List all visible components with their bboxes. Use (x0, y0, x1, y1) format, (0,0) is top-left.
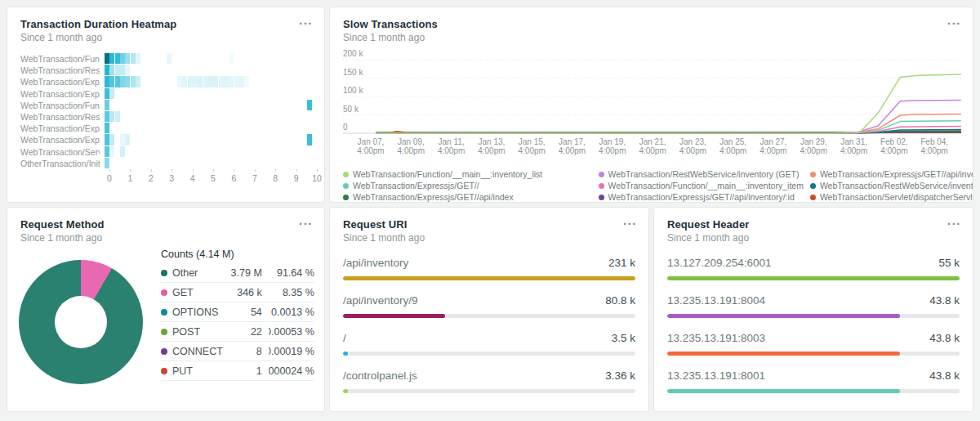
heatmap-cell[interactable] (131, 53, 136, 64)
bar-list-row[interactable]: /api/inventory/980.8 k (343, 294, 635, 318)
legend-item[interactable]: WebTransaction/Servlet/dispatcherServlet (810, 192, 973, 202)
heatmap-cell[interactable] (208, 76, 213, 87)
panel-title: Request Method (20, 218, 311, 231)
panel-menu-icon[interactable]: ... (299, 12, 313, 29)
heatmap-cell[interactable] (105, 158, 109, 168)
x-tick-label: 4:00pm (880, 146, 907, 155)
heatmap-cell[interactable] (105, 76, 109, 87)
pie-legend-row[interactable]: CONNECT80.00019 % (161, 342, 314, 361)
heatmap-cell[interactable] (120, 76, 125, 87)
heatmap-cell[interactable] (109, 146, 114, 157)
heatmap-cell[interactable] (136, 76, 140, 87)
x-tick-label: 4:00pm (760, 146, 786, 155)
heatmap-row-label: WebTransaction/RestW... (20, 111, 100, 123)
bar-list-row[interactable]: /api/inventory231 k (343, 257, 635, 280)
heatmap-cell[interactable] (105, 111, 109, 122)
bar-list-row[interactable]: /controlpanel.js3.36 k (343, 369, 635, 393)
legend-item[interactable]: WebTransaction/Function/__main__:invento… (599, 181, 804, 190)
bar-row-label: /api/inventory/9 (343, 294, 418, 307)
heatmap-cell[interactable] (193, 76, 198, 87)
heatmap-cell[interactable] (198, 76, 203, 87)
heatmap-cell[interactable] (105, 123, 109, 133)
heatmap-cell[interactable] (229, 76, 234, 87)
heatmap-cell[interactable] (120, 146, 125, 157)
legend-item[interactable]: WebTransaction/Function/__main__:invento… (343, 169, 592, 179)
panel-menu-icon[interactable]: ... (623, 213, 637, 229)
pie-legend-row[interactable]: GET346 k8.35 % (161, 283, 314, 302)
slow-transactions-plot[interactable]: 200 k150 k100 k50 k0Jan 07,4:00pmJan 09,… (343, 47, 961, 161)
heatmap-cell[interactable] (105, 53, 109, 64)
heatmap-cell[interactable] (307, 134, 312, 145)
heatmap-cell[interactable] (125, 53, 130, 64)
heatmap-cell[interactable] (120, 134, 125, 145)
pie-legend-row[interactable]: POST220.00053 % (161, 322, 314, 342)
bar-list-row[interactable]: /3.5 k (343, 332, 635, 356)
legend-dot-icon (161, 348, 167, 355)
line-chart-legend: WebTransaction/Function/__main__:invento… (343, 169, 960, 203)
legend-item[interactable]: WebTransaction/Expressjs/GET//api/index (343, 192, 592, 202)
heatmap-cell[interactable] (224, 76, 229, 87)
heatmap-cell[interactable] (109, 65, 114, 75)
heatmap-cell[interactable] (307, 100, 312, 110)
heatmap-cell[interactable] (136, 53, 140, 64)
heatmap-cell[interactable] (234, 76, 239, 87)
bar-list: 13.127.209.254:600155 k13.235.13.191:800… (667, 257, 960, 393)
heatmap-cell[interactable] (131, 76, 136, 87)
heatmap-cell[interactable] (109, 53, 114, 64)
axis-tick-mark (172, 169, 172, 172)
legend-item[interactable]: WebTransaction/Expressjs/GET// (343, 181, 592, 190)
heatmap-cell[interactable] (167, 53, 172, 64)
axis-tick-label: 0 (107, 173, 112, 183)
panel-menu-icon[interactable]: ... (947, 12, 961, 29)
heatmap-cell[interactable] (120, 53, 125, 64)
heatmap-cell[interactable] (115, 111, 120, 122)
heatmap-cell[interactable] (203, 76, 208, 87)
panel-menu-icon[interactable]: ... (947, 213, 961, 229)
heatmap-cell[interactable] (109, 76, 114, 87)
heatmap-chart[interactable]: WebTransaction/Functi...WebTransaction/R… (20, 53, 311, 186)
bar-fill (343, 276, 635, 280)
heatmap-cell[interactable] (229, 53, 234, 64)
donut-chart[interactable] (19, 260, 143, 384)
heatmap-cell[interactable] (109, 88, 114, 99)
legend-item[interactable]: WebTransaction/RestWebService/inventory/… (810, 181, 973, 190)
heatmap-cell[interactable] (105, 100, 109, 110)
bar-list-row[interactable]: 13.127.209.254:600155 k (667, 257, 960, 280)
heatmap-cell[interactable] (239, 76, 244, 87)
bar-list-row[interactable]: 13.235.13.191:800443.8 k (667, 294, 960, 318)
legend-item[interactable]: WebTransaction/RestWebService/inventory … (599, 169, 804, 179)
heatmap-cell[interactable] (105, 134, 109, 145)
heatmap-cell[interactable] (188, 76, 193, 87)
heatmap-cell[interactable] (109, 111, 114, 122)
heatmap-cell[interactable] (105, 146, 109, 157)
heatmap-cell[interactable] (213, 76, 218, 87)
heatmap-cell[interactable] (105, 88, 109, 99)
heatmap-cell[interactable] (125, 65, 130, 75)
heatmap-cell[interactable] (219, 76, 224, 87)
heatmap-cell[interactable] (125, 134, 130, 145)
heatmap-cell[interactable] (115, 76, 120, 87)
pie-legend-row[interactable]: Other3.79 M91.64 % (161, 263, 314, 283)
pie-legend-row[interactable]: OPTIONS540.0013 % (161, 302, 314, 322)
bar-list-row[interactable]: 13.235.13.191:800343.8 k (667, 332, 960, 356)
panel-menu-icon[interactable]: ... (299, 213, 313, 229)
legend-item[interactable]: WebTransaction/Expressjs/GET//api/invent… (599, 192, 804, 202)
pie-legend-row[interactable]: PUT10.000024 % (161, 361, 314, 381)
heatmap-cell[interactable] (244, 76, 249, 87)
axis-tick-label: 7 (252, 173, 257, 183)
heatmap-cell[interactable] (182, 76, 187, 87)
heatmap-cell[interactable] (125, 76, 130, 87)
heatmap-cell[interactable] (115, 65, 120, 75)
line-chart[interactable]: 200 k150 k100 k50 k0Jan 07,4:00pmJan 09,… (343, 47, 960, 203)
legend-item[interactable]: WebTransaction/Expressjs/GET//api/invent… (810, 169, 973, 179)
heatmap-plot[interactable] (105, 53, 311, 169)
heatmap-cell[interactable] (109, 134, 114, 145)
bar-list-row[interactable]: 13.235.13.191:800143.8 k (667, 369, 960, 393)
legend-column: WebTransaction/RestWebService/inventory … (599, 169, 804, 203)
heatmap-cell[interactable] (115, 53, 120, 64)
bar-row-label: / (343, 332, 346, 344)
heatmap-cell[interactable] (105, 65, 109, 75)
heatmap-cell[interactable] (120, 65, 125, 75)
series-line (376, 101, 960, 133)
heatmap-cell[interactable] (177, 76, 182, 87)
